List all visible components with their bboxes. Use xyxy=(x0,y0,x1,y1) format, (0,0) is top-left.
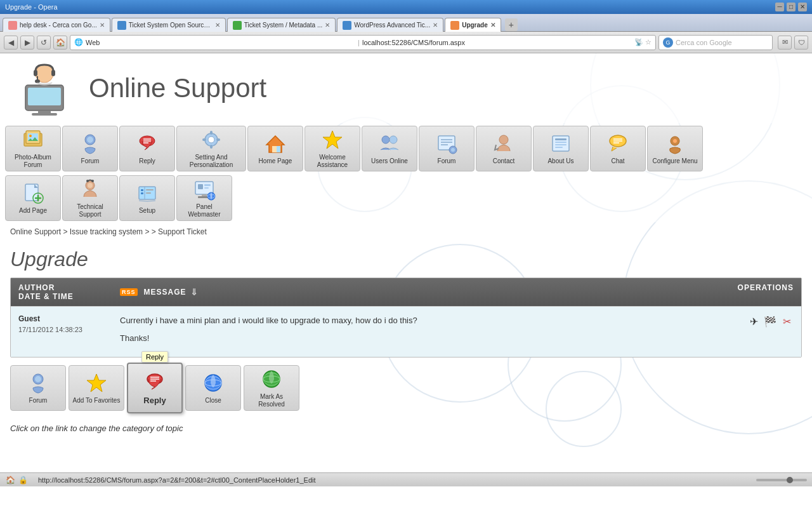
message-line1: Currently i have a mini plan and i would… xyxy=(120,314,730,327)
address-bar-field[interactable]: 🌐 Web | localhost:52286/CMS/forum.aspx 📡… xyxy=(70,35,656,50)
nav-configure-menu[interactable]: Configure Menu xyxy=(647,126,703,171)
panel-webmaster-icon xyxy=(193,178,216,201)
nav-bar-row2: Add Page Technical Support xyxy=(0,174,812,222)
reply-tooltip: Reply xyxy=(141,351,168,363)
new-tab-button[interactable]: + xyxy=(505,18,518,31)
tab-close-3[interactable]: ✕ xyxy=(325,22,330,29)
svg-rect-41 xyxy=(555,144,566,145)
scissors-op-icon[interactable]: ✂ xyxy=(780,314,794,328)
sort-icon: ⇓ xyxy=(190,287,199,297)
breadcrumb: Online Support > Issue tracking system >… xyxy=(0,222,812,241)
contact-icon xyxy=(492,132,515,155)
message-col: Currently i have a mini plan and i would… xyxy=(112,307,738,357)
close-action-label: Close xyxy=(205,397,221,404)
browser-title: Upgrade - Opera xyxy=(5,3,775,11)
nav-chat[interactable]: Chat xyxy=(590,126,646,171)
tab-2[interactable]: Ticket System Open Source ... ✕ xyxy=(112,18,226,32)
th-operations: OPERATIONS xyxy=(730,283,794,301)
add-to-favorites-btn[interactable]: Add To Favorites xyxy=(69,365,124,411)
browser-tabs: help desk - Cerca con Go... ✕ Ticket Sys… xyxy=(0,14,812,32)
tab-close-1[interactable]: ✕ xyxy=(100,22,105,29)
author-name: Guest xyxy=(18,314,40,323)
nav-setup[interactable]: Setup xyxy=(119,175,175,221)
page-header: Online Support xyxy=(0,53,812,123)
nav-forum2[interactable]: Forum xyxy=(419,126,475,171)
search-bar[interactable]: G Cerca con Google xyxy=(658,35,773,50)
nav-add-page[interactable]: Add Page xyxy=(5,175,61,221)
nav-photo-album-forum[interactable]: Photo-Album Forum xyxy=(5,126,61,171)
zoom-control xyxy=(756,479,807,481)
nav-technical-support[interactable]: Technical Support xyxy=(62,175,118,221)
bookmark-icon[interactable]: ☆ xyxy=(645,38,652,46)
reply-action-btn[interactable]: Reply xyxy=(127,363,183,413)
flag-op-icon[interactable]: 🏁 xyxy=(763,314,777,328)
nav-welcome-assistance[interactable]: Welcome Assistance xyxy=(304,126,360,171)
nav-reply[interactable]: Reply xyxy=(119,126,175,171)
page-title: Upgrade xyxy=(0,241,812,275)
svg-rect-59 xyxy=(141,189,143,191)
nav-contact[interactable]: Contact xyxy=(476,126,532,171)
email-op-icon[interactable]: ✈ xyxy=(747,314,761,328)
nav-users-online[interactable]: Users Online xyxy=(362,126,417,171)
tab-close-5[interactable]: ✕ xyxy=(490,22,495,29)
nav-users-online-label: Users Online xyxy=(371,157,408,165)
tab-5[interactable]: Upgrade ✕ xyxy=(445,18,501,32)
svg-rect-22 xyxy=(210,145,213,149)
mail-icon[interactable]: ✉ xyxy=(778,36,792,50)
tab-1[interactable]: help desk - Cerca con Go... ✕ xyxy=(3,18,110,32)
nav-home-page[interactable]: Home Page xyxy=(247,126,303,171)
close-action-btn[interactable]: Close xyxy=(185,365,241,411)
reply-action-icon xyxy=(143,370,166,393)
forum-action-btn[interactable]: Forum xyxy=(10,365,66,411)
tab-3[interactable]: Ticket System / Metadata ... ✕ xyxy=(227,18,336,32)
nav-setup-label: Setup xyxy=(139,207,155,215)
svg-rect-56 xyxy=(91,180,94,182)
nav-forum[interactable]: Forum xyxy=(62,126,118,171)
tab-close-4[interactable]: ✕ xyxy=(433,22,438,29)
nav-photo-album-forum-label: Photo-Album Forum xyxy=(8,154,58,169)
home-page-icon xyxy=(264,132,287,155)
svg-rect-64 xyxy=(198,184,203,189)
svg-point-48 xyxy=(673,139,677,143)
zoom-thumb[interactable] xyxy=(787,477,793,483)
nav-configure-menu-label: Configure Menu xyxy=(652,157,697,165)
svg-point-14 xyxy=(87,137,93,143)
shield-icon[interactable]: 🛡 xyxy=(794,36,808,50)
svg-point-72 xyxy=(35,376,41,382)
nav-setting-personalization[interactable]: Setting And Personalization xyxy=(176,126,246,171)
reply-nav-icon xyxy=(136,132,159,155)
nav-about-us[interactable]: About Us xyxy=(533,126,589,171)
svg-rect-38 xyxy=(553,136,569,151)
status-bar: 🏠 🔒 http://localhost:52286/CMS/forum.asp… xyxy=(0,472,812,486)
svg-rect-40 xyxy=(555,142,566,143)
photo-album-forum-icon xyxy=(22,128,44,151)
minimize-btn[interactable]: ─ xyxy=(775,3,784,11)
address-bar: ◀ ▶ ↺ 🏠 🌐 Web | localhost:52286/CMS/foru… xyxy=(0,32,812,53)
back-button[interactable]: ◀ xyxy=(4,36,18,50)
svg-rect-42 xyxy=(555,147,563,148)
tab-4[interactable]: WordPress Advanced Tic... ✕ xyxy=(337,18,443,32)
nav-panel-webmaster[interactable]: Panel Webmaster xyxy=(176,175,232,221)
svg-rect-60 xyxy=(141,192,143,194)
add-to-favorites-icon xyxy=(85,371,108,394)
address-url[interactable]: localhost:52286/CMS/forum.aspx xyxy=(362,39,632,46)
home-nav-button[interactable]: 🏠 xyxy=(53,36,67,50)
nav-technical-support-label: Technical Support xyxy=(65,203,115,218)
svg-rect-5 xyxy=(34,70,37,76)
author-col: Guest 17/11/2012 14:38:23 xyxy=(11,307,112,357)
forum2-icon xyxy=(435,132,458,155)
reload-button[interactable]: ↺ xyxy=(37,36,51,50)
svg-point-30 xyxy=(390,136,397,144)
svg-rect-65 xyxy=(204,184,211,186)
close-btn-window[interactable]: ✕ xyxy=(798,3,807,11)
zoom-slider[interactable] xyxy=(756,479,807,481)
status-icon-security[interactable]: 🔒 xyxy=(18,475,28,485)
tab-close-2[interactable]: ✕ xyxy=(215,22,220,29)
window-controls[interactable]: ─ □ ✕ xyxy=(775,3,807,11)
browser-titlebar: Upgrade - Opera ─ □ ✕ xyxy=(0,0,812,14)
mark-resolved-btn[interactable]: Mark As Resolved xyxy=(244,365,299,411)
maximize-btn[interactable]: □ xyxy=(787,3,796,11)
status-icon-home[interactable]: 🏠 xyxy=(5,475,15,485)
forward-button[interactable]: ▶ xyxy=(20,36,34,50)
svg-marker-73 xyxy=(87,374,106,392)
